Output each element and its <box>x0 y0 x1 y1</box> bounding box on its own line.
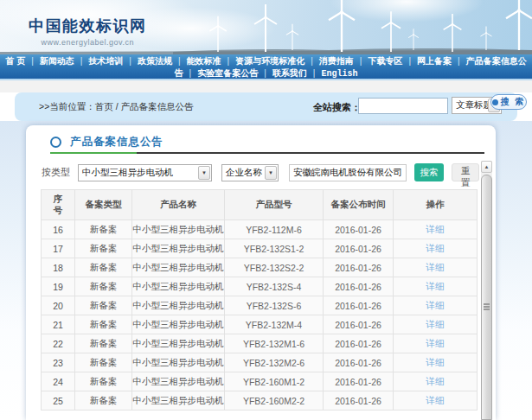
cell-action: 详细 <box>394 372 478 391</box>
site-search-button-label: 搜 索 <box>501 96 526 108</box>
nav-item-4[interactable]: 能效标准 <box>187 56 221 66</box>
column-header-3: 产品型号 <box>225 190 324 220</box>
nav-item-7[interactable]: 下载专区 <box>368 56 402 66</box>
cell-date: 2016-01-26 <box>324 220 394 239</box>
cell-seq: 23 <box>42 353 75 372</box>
detail-link[interactable]: 详细 <box>426 262 445 272</box>
nav-item-10[interactable]: 实验室备案公告 <box>197 68 258 78</box>
nav-item-6[interactable]: 消费指南 <box>319 56 354 66</box>
nav-item-1[interactable]: 新闻动态 <box>40 56 74 66</box>
breadcrumb-current: 产品备案信息公告 <box>121 101 194 111</box>
type-select[interactable]: 中小型三相异步电动机 ▼ <box>78 164 212 181</box>
column-header-label: 备案类型 <box>86 199 122 209</box>
chevron-down-icon[interactable]: ▼ <box>265 166 277 180</box>
cell-name: 中小型三相异步电动机 <box>132 315 225 334</box>
detail-link[interactable]: 详细 <box>426 395 445 405</box>
cell-type: 新备案 <box>75 372 132 391</box>
cell-type: 新备案 <box>75 391 132 410</box>
nav-item-2[interactable]: 技术培训 <box>88 56 123 66</box>
site-search-input[interactable] <box>358 98 448 114</box>
cell-date: 2016-01-26 <box>324 353 394 372</box>
detail-link[interactable]: 详细 <box>426 243 445 253</box>
column-header-1: 备案类型 <box>75 190 132 220</box>
column-header-0: 序号 <box>42 190 75 220</box>
nav-separator: | <box>408 56 411 66</box>
nav-item-0[interactable]: 首 页 <box>5 56 25 66</box>
underline-green-segment <box>50 152 137 154</box>
nav-item-12[interactable]: English <box>321 69 357 79</box>
table-header-row: 序号备案类型产品名称产品型号备案公布时间操作 <box>42 190 478 220</box>
cell-date: 2016-01-26 <box>324 258 394 277</box>
cell-date: 2016-01-26 <box>324 372 394 391</box>
cell-action: 详细 <box>394 258 478 277</box>
breadcrumb-bar: >>当前位置：首页 / 产品备案信息公告 全站搜索： 文章标题 ▼ <box>15 92 517 121</box>
nav-separator: | <box>178 56 181 66</box>
detail-link[interactable]: 详细 <box>426 357 445 367</box>
nav-item-11[interactable]: 联系我们 <box>272 68 307 78</box>
nav-separator: | <box>129 56 131 66</box>
section-underline <box>50 152 484 154</box>
nav-separator: | <box>228 56 230 66</box>
cell-name: 中小型三相异步电动机 <box>132 220 225 239</box>
cell-date: 2016-01-26 <box>324 391 394 410</box>
column-header-label: 产品名称 <box>160 199 196 209</box>
table-body: 16新备案中小型三相异步电动机YFB2-112M-62016-01-26详细17… <box>42 220 478 410</box>
cell-type: 新备案 <box>75 353 132 372</box>
breadcrumb-separator: / <box>113 101 121 111</box>
detail-link[interactable]: 详细 <box>426 338 445 348</box>
cell-date: 2016-01-26 <box>324 296 394 315</box>
cell-type: 新备案 <box>75 239 132 258</box>
column-header-4: 备案公布时间 <box>324 190 394 220</box>
company-field-value: 企业名称 <box>222 167 265 179</box>
nav-item-5[interactable]: 资源与环境标准化 <box>235 56 304 66</box>
company-field-select[interactable]: 企业名称 ▼ <box>221 164 279 181</box>
table-row: 21新备案中小型三相异步电动机YFB2-132M-42016-01-26详细 <box>42 315 478 334</box>
circle-bullet-icon <box>50 137 61 148</box>
table-row: 16新备案中小型三相异步电动机YFB2-112M-62016-01-26详细 <box>42 220 478 239</box>
chevron-down-icon[interactable]: ▼ <box>198 166 210 180</box>
nav-separator: | <box>360 56 362 66</box>
cell-type: 新备案 <box>75 258 132 277</box>
cell-action: 详细 <box>394 239 478 258</box>
cell-model: YFB2-132M2-6 <box>225 353 324 372</box>
cell-model: YFB2-132S1-2 <box>225 239 324 258</box>
type-select-value: 中小型三相异步电动机 <box>79 167 198 179</box>
cell-action: 详细 <box>394 296 478 315</box>
scrollbar-thumb[interactable] <box>481 175 492 420</box>
cell-name: 中小型三相异步电动机 <box>132 258 225 277</box>
breadcrumb-prefix: >>当前位置： <box>39 101 95 111</box>
nav-item-3[interactable]: 政策法规 <box>138 56 172 66</box>
cell-action: 详细 <box>394 334 478 353</box>
filter-search-button[interactable]: 搜索 <box>414 163 444 181</box>
cell-date: 2016-01-26 <box>324 334 394 353</box>
cell-type: 新备案 <box>75 220 132 239</box>
cell-model: YFB2-160M2-2 <box>225 391 324 410</box>
detail-link[interactable]: 详细 <box>426 300 445 310</box>
table-row: 19新备案中小型三相异步电动机YFB2-132S-42016-01-26详细 <box>42 277 478 296</box>
detail-link[interactable]: 详细 <box>426 376 445 386</box>
underline-dark-segment <box>137 152 484 154</box>
site-url: www.energylabel.gov.cn <box>29 38 147 47</box>
company-name-input[interactable] <box>289 164 407 181</box>
table-row: 23新备案中小型三相异步电动机YFB2-132M2-62016-01-26详细 <box>42 353 478 372</box>
table-row: 18新备案中小型三相异步电动机YFB2-132S2-22016-01-26详细 <box>42 258 478 277</box>
nav-item-8[interactable]: 网上备案 <box>417 56 452 66</box>
detail-link[interactable]: 详细 <box>426 319 445 329</box>
cell-model: YFB2-160M1-2 <box>225 372 324 391</box>
vertical-scrollbar[interactable]: ▲ <box>481 161 492 420</box>
cell-action: 详细 <box>394 277 478 296</box>
cell-action: 详细 <box>394 315 478 334</box>
table-row: 25新备案中小型三相异步电动机YFB2-160M2-22016-01-26详细 <box>42 391 478 410</box>
breadcrumb-home-link[interactable]: 首页 <box>95 101 113 111</box>
cell-type: 新备案 <box>75 296 132 315</box>
detail-link[interactable]: 详细 <box>426 281 445 291</box>
site-search-button[interactable]: 搜 索 <box>490 94 527 110</box>
cell-model: YFB2-132S-4 <box>225 277 324 296</box>
cell-action: 详细 <box>394 353 478 372</box>
cell-name: 中小型三相异步电动机 <box>132 353 225 372</box>
filter-reset-button[interactable]: 重置 <box>452 163 479 181</box>
detail-link[interactable]: 详细 <box>426 224 445 234</box>
cell-name: 中小型三相异步电动机 <box>132 372 225 391</box>
column-header-2: 产品名称 <box>132 190 225 220</box>
scroll-up-button[interactable]: ▲ <box>481 161 492 173</box>
